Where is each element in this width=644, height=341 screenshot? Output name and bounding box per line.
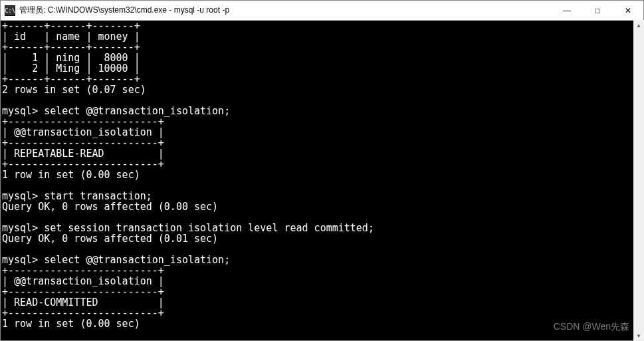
maximize-button[interactable]: □ xyxy=(582,1,613,20)
minimize-button[interactable]: — xyxy=(552,1,582,20)
scroll-track[interactable] xyxy=(633,31,644,330)
terminal-line: Query OK, 0 rows affected (0.00 sec) xyxy=(2,201,218,213)
close-button[interactable]: ✕ xyxy=(613,1,643,20)
terminal-line: 1 row in set (0.00 sec) xyxy=(2,169,140,181)
window-title: 管理员: C:\WINDOWS\system32\cmd.exe - mysql… xyxy=(19,5,552,16)
scroll-up-arrow-icon[interactable]: ▲ xyxy=(633,20,644,31)
terminal-line: mysql> xyxy=(2,339,38,340)
terminal-line: 2 rows in set (0.07 sec) xyxy=(2,84,146,96)
scroll-down-arrow-icon[interactable]: ▼ xyxy=(633,330,644,341)
terminal-line: Query OK, 0 rows affected (0.01 sec) xyxy=(2,233,218,245)
window-controls: — □ ✕ xyxy=(552,1,643,20)
app-icon: C:\ xyxy=(5,5,15,16)
vertical-scrollbar[interactable]: ▲ ▼ xyxy=(633,20,644,341)
cmd-window: C:\ 管理员: C:\WINDOWS\system32\cmd.exe - m… xyxy=(0,0,644,341)
terminal-line: 1 row in set (0.00 sec) xyxy=(2,318,140,330)
terminal-output[interactable]: +------+------+-------+ | id | name | mo… xyxy=(1,21,643,340)
titlebar[interactable]: C:\ 管理员: C:\WINDOWS\system32\cmd.exe - m… xyxy=(1,1,643,21)
